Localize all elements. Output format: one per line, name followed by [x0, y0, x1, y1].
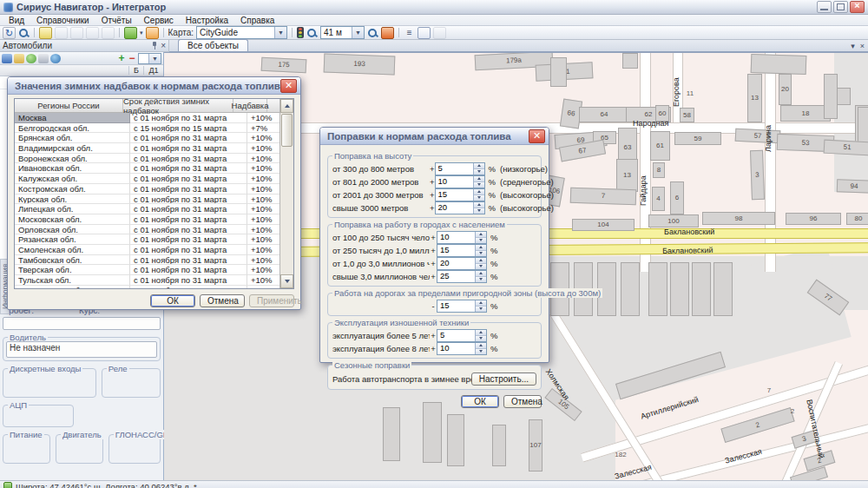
spin-down-icon[interactable] — [476, 264, 486, 269]
menu-item-0[interactable]: Вид — [3, 16, 30, 25]
route-dropdown-icon[interactable]: ▾ — [140, 30, 143, 36]
table-cell[interactable]: Тверская обл. — [15, 265, 130, 275]
dialog-close-icon[interactable]: ✕ — [529, 129, 545, 143]
table-cell[interactable]: с 01 ноября по 31 марта — [130, 214, 247, 225]
table-cell[interactable]: с 01 ноября по 31 марта — [130, 225, 247, 235]
spin-down-icon[interactable] — [476, 277, 486, 282]
table-cell[interactable]: с 01 ноября по 31 марта — [130, 255, 247, 266]
menu-item-3[interactable]: Сервис — [139, 16, 179, 25]
spin-up-icon[interactable] — [474, 189, 484, 195]
column-period[interactable]: Срок действия зимних надбавок — [123, 99, 233, 112]
report-chart-icon[interactable] — [146, 27, 159, 39]
table-cell[interactable]: Смоленская обл. — [15, 245, 130, 255]
table-cell[interactable]: Москва — [15, 113, 130, 123]
spin-up-icon[interactable] — [474, 202, 484, 208]
spin-value[interactable]: 20 — [436, 202, 473, 214]
table-row[interactable]: Липецкая обл.с 01 ноября по 31 марта+10% — [15, 204, 279, 214]
spin-up-icon[interactable] — [476, 271, 486, 277]
column-surcharge[interactable]: Надбавка — [233, 99, 267, 112]
spin-down-icon[interactable] — [476, 251, 486, 256]
panel-close-icon[interactable]: × — [161, 42, 166, 49]
table-cell[interactable]: +10% — [247, 245, 279, 255]
table-cell[interactable]: +10% — [247, 143, 279, 154]
vehicle-route-icon[interactable] — [124, 27, 137, 39]
spin-up-icon[interactable] — [476, 232, 486, 238]
menu-item-2[interactable]: Отчёты — [96, 16, 137, 25]
table-cell[interactable]: +10% — [247, 195, 279, 205]
apply-button[interactable]: Применить — [249, 294, 294, 307]
table-cell[interactable]: Липецкая обл. — [15, 204, 130, 214]
spin-up-icon[interactable] — [476, 330, 486, 336]
follow-icon[interactable] — [381, 27, 394, 39]
table-cell[interactable]: Московская обл. — [15, 214, 130, 225]
cancel-button[interactable]: Отмена — [503, 395, 542, 408]
table-row[interactable]: Калужская обл.с 01 ноября по 31 марта+10… — [15, 174, 279, 184]
table-cell[interactable]: с 01 ноября по 31 марта — [130, 113, 247, 123]
spin-down-icon[interactable] — [474, 208, 484, 214]
table-row[interactable]: Владимирская обл.с 01 ноября по 31 марта… — [15, 143, 279, 154]
table-scrollbar[interactable] — [279, 99, 293, 288]
remove-vehicle-icon[interactable]: − — [128, 54, 136, 63]
table-row[interactable]: Воронежская обл.с 01 ноября по 31 марта+… — [15, 154, 279, 164]
spin-up-icon[interactable] — [476, 258, 486, 264]
spin-value[interactable]: 10 — [436, 176, 473, 188]
view-dropdown[interactable]: ▼ — [138, 53, 161, 64]
spin-input[interactable]: 20 — [435, 201, 485, 214]
table-cell[interactable]: Рязанская обл. — [15, 234, 130, 245]
configure-button[interactable]: Настроить... — [471, 373, 536, 386]
spin-down-icon[interactable] — [474, 182, 484, 188]
spin-up-icon[interactable] — [476, 245, 486, 251]
spin-down-icon[interactable] — [474, 195, 484, 201]
table-cell[interactable]: с 01 ноября по 31 марта — [130, 174, 247, 184]
table-cell[interactable]: с 01 ноября по 31 марта — [130, 163, 247, 174]
spin-value[interactable]: 5 — [436, 163, 473, 175]
table-cell[interactable]: +10% — [247, 225, 279, 235]
column-regions[interactable]: Регионы России — [15, 99, 123, 112]
photo-icon[interactable] — [38, 54, 49, 63]
spin-up-icon[interactable] — [474, 176, 484, 182]
edit-note-icon[interactable] — [418, 27, 431, 39]
pin-icon[interactable] — [150, 42, 158, 49]
menu-item-1[interactable]: Справочники — [31, 16, 95, 25]
table-cell[interactable]: +10% — [247, 204, 279, 214]
table-row[interactable]: Орловская обл.с 01 ноября по 31 марта+10… — [15, 225, 279, 235]
table-cell[interactable]: +10% — [247, 174, 279, 184]
spin-down-icon[interactable] — [476, 349, 486, 354]
zoom-out-icon[interactable] — [367, 28, 378, 38]
edit-grid-icon[interactable] — [39, 27, 52, 39]
table-cell[interactable]: +10% — [247, 265, 279, 275]
table-cell[interactable]: Тульская обл. — [15, 275, 130, 286]
search-icon[interactable] — [18, 28, 30, 38]
cancel-button[interactable]: Отмена — [200, 294, 245, 307]
table-cell[interactable]: +10% — [247, 133, 279, 143]
table-cell[interactable]: с 01 ноября по 31 марта — [130, 133, 247, 143]
spin-input[interactable]: 10 — [435, 175, 485, 188]
table-cell[interactable]: с 01 ноября по 31 марта — [130, 275, 247, 286]
table-cell[interactable]: Тамбовская обл. — [15, 255, 130, 266]
table-row[interactable]: Ивановская обл.с 01 ноября по 31 марта+1… — [15, 163, 279, 174]
table-row[interactable]: Тульская обл.с 01 ноября по 31 марта+10% — [15, 275, 279, 286]
table-cell[interactable]: +10% — [247, 154, 279, 164]
table-cell[interactable]: +10% — [247, 163, 279, 174]
table-cell[interactable]: с 01 ноября по 31 марта — [130, 286, 247, 288]
spin-value[interactable]: 10 — [437, 343, 475, 354]
table-cell[interactable]: с 01 ноября по 31 марта — [130, 204, 247, 214]
table-cell[interactable]: +10% — [247, 255, 279, 266]
dialog-close-icon[interactable]: ✕ — [280, 79, 297, 93]
spin-input[interactable]: 20 — [437, 257, 487, 270]
table-row[interactable]: Белгородская обл.с 15 ноября по 15 марта… — [15, 123, 279, 134]
tab-list-dropdown-icon[interactable]: ▾ — [851, 42, 855, 50]
table-row[interactable]: Московская обл.с 01 ноября по 31 марта+1… — [15, 214, 279, 225]
table-row[interactable]: Москвас 01 ноября по 31 марта+10% — [15, 113, 279, 123]
spin-value[interactable]: 15 — [436, 189, 473, 201]
refresh-icon[interactable]: ↻ — [3, 27, 16, 39]
spin-down-icon[interactable] — [476, 307, 486, 312]
table-row[interactable]: Курская обл.с 01 ноября по 31 марта+10% — [15, 195, 279, 205]
scroll-down-icon[interactable] — [280, 274, 293, 288]
spin-value[interactable]: 25 — [437, 271, 475, 282]
table-row[interactable]: Рязанская обл.с 01 ноября по 31 марта+10… — [15, 234, 279, 245]
table-row[interactable]: Тамбовская обл.с 01 ноября по 31 марта+1… — [15, 255, 279, 266]
table-row[interactable]: Смоленская обл.с 01 ноября по 31 марта+1… — [15, 245, 279, 255]
edit-icon[interactable] — [14, 54, 24, 63]
table-cell[interactable]: с 15 ноября по 15 марта — [130, 123, 247, 134]
